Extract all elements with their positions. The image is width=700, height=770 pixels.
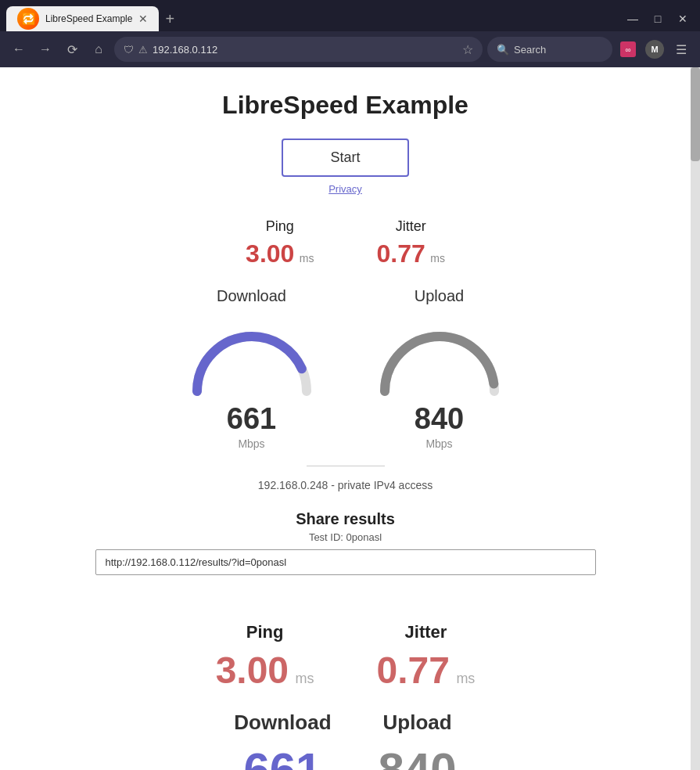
share-title: Share results — [16, 510, 675, 528]
ping-value: 3.00 — [246, 239, 294, 268]
results-download-value: 661 — [234, 743, 331, 770]
gauge-row: Download 661 Mbps — [16, 287, 675, 450]
tab-title: LibreSpeed Example — [45, 13, 132, 24]
results-ping-value-display: 3.00 ms — [216, 649, 314, 692]
browser-content: LibreSpeed Example Start Privacy Ping 3.… — [0, 67, 700, 770]
browser-window: 🔁 LibreSpeed Example ✕ + — □ ✕ ← → ⟳ ⌂ 🛡… — [0, 0, 700, 770]
upload-gauge-container — [369, 313, 510, 399]
results-jitter-box: Jitter 0.77 ms — [377, 622, 476, 692]
address-bar[interactable]: 🛡 ⚠ 192.168.0.112 ☆ — [114, 37, 483, 62]
upload-value: 840 — [369, 402, 510, 436]
ip-info: 192.168.0.248 - private IPv4 access — [16, 479, 675, 491]
minimize-button[interactable]: — — [622, 8, 644, 30]
results-download-label: Download — [234, 711, 331, 735]
download-gauge-box: Download 661 Mbps — [181, 287, 322, 450]
active-tab[interactable]: 🔁 LibreSpeed Example ✕ — [6, 6, 159, 31]
start-button[interactable]: Start — [282, 139, 408, 177]
results-upload-box: Upload 840 Mbps — [379, 711, 457, 770]
scrollbar-thumb[interactable] — [691, 67, 700, 161]
pocket-button[interactable]: ∞ — [617, 38, 639, 60]
home-button[interactable]: ⌂ — [88, 38, 109, 60]
title-bar: 🔁 LibreSpeed Example ✕ + — □ ✕ — [0, 0, 700, 31]
menu-button[interactable]: ☰ — [670, 38, 692, 60]
forward-button[interactable]: → — [34, 38, 56, 60]
test-id: Test ID: 0ponasl — [16, 531, 675, 543]
download-gauge-svg — [181, 313, 322, 399]
results-jitter-value-display: 0.77 ms — [377, 649, 476, 692]
download-gauge-container — [181, 313, 322, 399]
reload-button[interactable]: ⟳ — [61, 38, 83, 60]
main-content: LibreSpeed Example Start Privacy Ping 3.… — [0, 67, 691, 622]
share-url-box[interactable]: http://192.168.0.112/results/?id=0ponasl — [95, 549, 596, 575]
results-jitter-value: 0.77 — [377, 649, 450, 691]
page-title: LibreSpeed Example — [16, 91, 675, 120]
results-ping-unit: ms — [296, 671, 314, 686]
upload-unit: Mbps — [369, 437, 510, 450]
results-section: Ping 3.00 ms Jitter 0.77 ms — [0, 622, 691, 770]
ping-unit: ms — [300, 252, 314, 264]
jitter-value: 0.77 — [377, 239, 425, 268]
upload-gauge-label: Upload — [369, 287, 510, 305]
jitter-label: Jitter — [377, 218, 445, 235]
results-download-box: Download 661 Mbps — [234, 711, 331, 770]
results-jitter-unit: ms — [456, 671, 475, 686]
privacy-link[interactable]: Privacy — [16, 183, 675, 195]
search-text: Search — [514, 44, 546, 56]
nav-bar: ← → ⟳ ⌂ 🛡 ⚠ 192.168.0.112 ☆ 🔍 Search ∞ M… — [0, 31, 700, 67]
maximize-button[interactable]: □ — [647, 8, 669, 30]
new-tab-button[interactable]: + — [165, 10, 174, 28]
jitter-box: Jitter 0.77 ms — [377, 218, 445, 268]
account-button[interactable]: M — [644, 38, 666, 60]
results-ping-jitter: Ping 3.00 ms Jitter 0.77 ms — [16, 622, 675, 692]
close-button[interactable]: ✕ — [672, 8, 694, 30]
scrollbar-track[interactable] — [691, 67, 700, 770]
upload-gauge-box: Upload 840 Mbps — [369, 287, 510, 450]
results-upload-label: Upload — [379, 711, 457, 735]
security-icon: 🛡 — [124, 44, 134, 56]
jitter-value-display: 0.77 ms — [377, 239, 445, 268]
page-content: LibreSpeed Example Start Privacy Ping 3.… — [0, 67, 691, 770]
ping-value-display: 3.00 ms — [246, 239, 314, 268]
results-ping-value: 3.00 — [216, 649, 289, 691]
lock-icon: ⚠ — [138, 44, 148, 56]
results-jitter-label: Jitter — [377, 622, 476, 642]
tab-favicon: 🔁 — [17, 8, 39, 30]
bookmark-star-button[interactable]: ☆ — [462, 42, 473, 57]
divider — [307, 466, 385, 466]
tab-area: 🔁 LibreSpeed Example ✕ + — [6, 6, 622, 31]
search-icon: 🔍 — [497, 44, 509, 56]
ping-box: Ping 3.00 ms — [246, 218, 314, 268]
results-ping-box: Ping 3.00 ms — [216, 622, 314, 692]
results-upload-value: 840 — [379, 743, 457, 770]
download-unit: Mbps — [181, 437, 322, 450]
back-button[interactable]: ← — [8, 38, 30, 60]
tab-close-button[interactable]: ✕ — [138, 13, 148, 24]
search-box[interactable]: 🔍 Search — [487, 37, 612, 62]
upload-gauge-svg — [369, 313, 510, 399]
ping-jitter-row: Ping 3.00 ms Jitter 0.77 ms — [16, 218, 675, 268]
account-avatar: M — [645, 40, 664, 59]
download-gauge-label: Download — [181, 287, 322, 305]
jitter-unit: ms — [430, 252, 445, 264]
window-controls: — □ ✕ — [622, 8, 694, 30]
results-gauge-row: Download 661 Mbps Upload 840 Mbps — [16, 711, 675, 770]
ping-label: Ping — [246, 218, 314, 235]
address-text: 192.168.0.112 — [153, 44, 458, 56]
results-ping-label: Ping — [216, 622, 314, 642]
download-value: 661 — [181, 402, 322, 436]
